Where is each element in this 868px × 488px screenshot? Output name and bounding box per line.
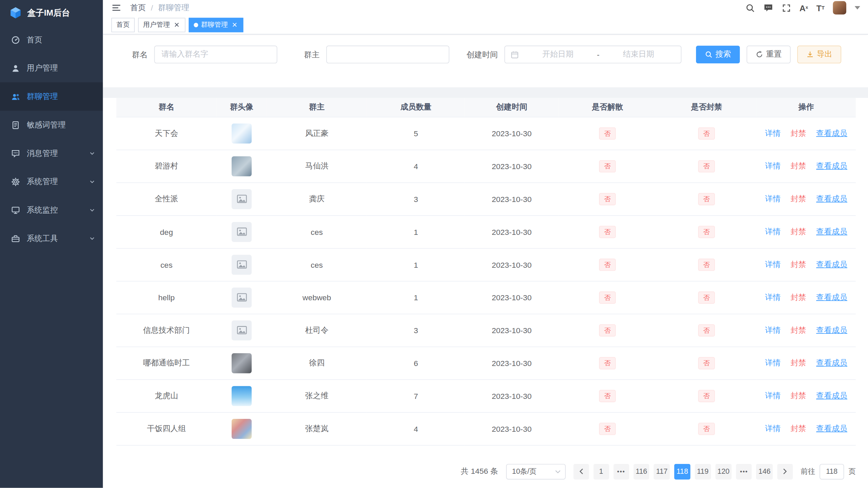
page-size-select[interactable]: 10条/页 (506, 464, 565, 479)
detail-link[interactable]: 详情 (765, 391, 780, 400)
view-members-link[interactable]: 查看成员 (816, 424, 847, 432)
dissolved-badge: 否 (599, 357, 616, 369)
more-pages-button[interactable]: ••• (736, 464, 752, 479)
tabs-bar: 首页 用户管理 群聊管理 (103, 16, 868, 35)
more-pages-button[interactable]: ••• (613, 464, 629, 479)
detail-link[interactable]: 详情 (765, 325, 780, 334)
page-button[interactable]: 146 (756, 464, 773, 479)
view-members-link[interactable]: 查看成员 (816, 325, 847, 334)
reset-button[interactable]: 重置 (747, 46, 791, 64)
ban-link[interactable]: 封禁 (791, 194, 806, 203)
page-button[interactable]: 1 (593, 464, 609, 479)
table-row: 哪都通临时工 徐四 6 2023-10-30 否 否 详情 封禁 查看成员 (116, 347, 856, 380)
search-button[interactable]: 搜索 (696, 46, 740, 64)
banned-cell: 否 (656, 215, 756, 248)
tab-label: 群聊管理 (201, 20, 228, 29)
tab-close-icon[interactable] (173, 21, 180, 29)
ban-link[interactable]: 封禁 (791, 292, 806, 301)
group-avatar-cell (217, 347, 267, 380)
page-button[interactable]: 119 (695, 464, 711, 479)
view-members-link[interactable]: 查看成员 (816, 358, 847, 367)
page-button[interactable]: 116 (633, 464, 649, 479)
ban-link[interactable]: 封禁 (791, 161, 806, 170)
goto-page-input[interactable]: 118 (819, 464, 844, 479)
ban-link[interactable]: 封禁 (791, 227, 806, 236)
next-page-button[interactable] (777, 464, 793, 479)
sidebar-item-sensitive-words[interactable]: 敏感词管理 (0, 111, 103, 139)
group-name-cell: 全性派 (116, 182, 216, 215)
tab-close-icon[interactable] (231, 21, 238, 29)
owner-input[interactable] (326, 46, 449, 64)
user-avatar[interactable] (833, 1, 846, 14)
page-button[interactable]: 117 (654, 464, 670, 479)
view-members-link[interactable]: 查看成员 (816, 161, 847, 170)
owner-label: 群主 (304, 46, 320, 64)
detail-link[interactable]: 详情 (765, 358, 780, 367)
detail-link[interactable]: 详情 (765, 227, 780, 236)
fullscreen-icon[interactable] (782, 3, 791, 13)
view-members-link[interactable]: 查看成员 (816, 391, 847, 400)
ban-link[interactable]: 封禁 (791, 358, 806, 367)
banned-cell: 否 (656, 281, 756, 314)
current-page-button[interactable]: 118 (674, 464, 690, 479)
message-icon[interactable] (763, 3, 773, 13)
group-avatar (232, 156, 252, 176)
view-members-link[interactable]: 查看成员 (816, 194, 847, 203)
hamburger-icon[interactable] (111, 3, 121, 13)
group-avatar (232, 287, 252, 307)
group-owner-cell: ces (267, 215, 367, 248)
detail-link[interactable]: 详情 (765, 161, 780, 170)
view-members-link[interactable]: 查看成员 (816, 128, 847, 137)
group-avatar-cell (217, 182, 267, 215)
view-members-link[interactable]: 查看成员 (816, 260, 847, 268)
ban-link[interactable]: 封禁 (791, 424, 806, 432)
prev-page-button[interactable] (573, 464, 589, 479)
banned-cell: 否 (656, 182, 756, 215)
search-icon[interactable] (746, 3, 755, 13)
view-members-link[interactable]: 查看成员 (816, 227, 847, 236)
banned-badge: 否 (698, 226, 715, 238)
created-time-cell: 2023-10-30 (465, 215, 559, 248)
ban-link[interactable]: 封禁 (791, 325, 806, 334)
page-button[interactable]: 120 (715, 464, 732, 479)
detail-link[interactable]: 详情 (765, 260, 780, 268)
sidebar: 盒子IM后台 首页 用户管理 群聊管理 敏感词管理 消息管理 (0, 0, 103, 488)
font-size-icon[interactable]: Ax (799, 4, 808, 12)
dissolved-cell: 否 (558, 379, 656, 412)
layout-size-icon[interactable]: TT (816, 4, 825, 12)
tab-user-management[interactable]: 用户管理 (138, 18, 186, 32)
group-owner-cell: ces (267, 248, 367, 281)
sidebar-item-messages[interactable]: 消息管理 (0, 139, 103, 167)
ban-link[interactable]: 封禁 (791, 128, 806, 137)
detail-link[interactable]: 详情 (765, 128, 780, 137)
breadcrumb-home[interactable]: 首页 (130, 3, 146, 13)
sidebar-item-label: 系统工具 (27, 233, 82, 244)
date-range-picker[interactable]: 开始日期 - 结束日期 (504, 46, 681, 64)
member-count-cell: 3 (367, 314, 465, 347)
ban-link[interactable]: 封禁 (791, 391, 806, 400)
export-button[interactable]: 导出 (797, 46, 841, 64)
view-members-link[interactable]: 查看成员 (816, 292, 847, 301)
tab-home[interactable]: 首页 (111, 18, 135, 32)
group-name-input[interactable]: 请输入群名字 (154, 46, 277, 64)
sidebar-item-users[interactable]: 用户管理 (0, 54, 103, 82)
sidebar-item-home[interactable]: 首页 (0, 26, 103, 54)
sidebar-item-groups[interactable]: 群聊管理 (0, 82, 103, 111)
group-avatar-cell (217, 281, 267, 314)
detail-link[interactable]: 详情 (765, 292, 780, 301)
member-count-cell: 4 (367, 412, 465, 445)
active-tab-dot (194, 22, 198, 27)
detail-link[interactable]: 详情 (765, 194, 780, 203)
tab-group-management[interactable]: 群聊管理 (189, 18, 243, 32)
sidebar-item-system-tools[interactable]: 系统工具 (0, 224, 103, 252)
ban-link[interactable]: 封禁 (791, 260, 806, 268)
chevron-down-icon (89, 235, 95, 241)
table-row: 干饭四人组 张楚岚 4 2023-10-30 否 否 详情 封禁 查看成员 (116, 412, 856, 445)
sidebar-item-system-monitor[interactable]: 系统监控 (0, 196, 103, 224)
caret-down-icon[interactable] (855, 6, 860, 9)
banned-badge: 否 (698, 258, 715, 270)
sidebar-item-system-management[interactable]: 系统管理 (0, 167, 103, 196)
pagination: 共 1456 条 10条/页 1 ••• 116 117 118 119 120… (116, 445, 856, 479)
detail-link[interactable]: 详情 (765, 424, 780, 432)
member-count-cell: 5 (367, 117, 465, 150)
